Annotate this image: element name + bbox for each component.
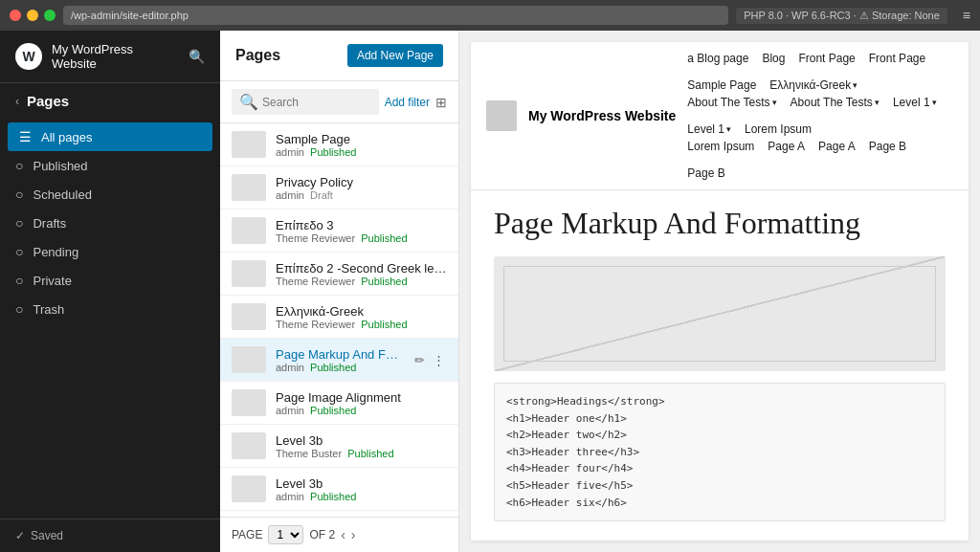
sidebar-item-trash[interactable]: ○ Trash [0, 295, 220, 323]
next-page-button[interactable]: › [351, 527, 356, 542]
list-item[interactable]: Page Markup And Formatting admin Publish… [220, 339, 458, 382]
list-item[interactable]: Page Image Alignment admin Published [220, 382, 458, 425]
placeholder-image [494, 256, 946, 371]
pending-icon: ○ [15, 244, 23, 259]
prev-page-button[interactable]: ‹ [341, 527, 345, 542]
drafts-icon: ○ [15, 215, 23, 231]
page-actions: ✏ ⋮ [412, 351, 447, 369]
nav-item-level1-2[interactable]: Level 1 ▾ [687, 122, 731, 136]
page-name: Level 3b [276, 433, 447, 448]
back-arrow-icon[interactable]: ‹ [15, 95, 19, 108]
page-info: Privacy Policy admin Draft [276, 175, 447, 201]
filter-icon[interactable]: ⊞ [435, 95, 447, 110]
page-number-select[interactable]: 1 2 [268, 525, 303, 544]
pages-panel-title: Pages [235, 47, 280, 64]
sidebar-item-drafts[interactable]: ○ Drafts [0, 209, 220, 237]
saved-label: Saved [31, 529, 63, 542]
page-meta: admin Published [276, 491, 447, 502]
site-title: My WordPress Website [52, 42, 179, 71]
all-pages-icon: ☰ [19, 129, 32, 144]
sidebar-item-published[interactable]: ○ Published [0, 151, 220, 180]
list-item[interactable]: Level 3b admin Published [220, 468, 458, 511]
site-nav: My WordPress Website a Blog page Blog Fr… [471, 42, 969, 190]
nav-item-lorem-ipsum-2[interactable]: Lorem Ipsum [687, 140, 754, 153]
page-thumbnail [232, 346, 266, 373]
nav-item-lorem-ipsum-1[interactable]: Lorem Ipsum [745, 122, 812, 136]
page-label: PAGE [232, 528, 262, 541]
page-name: Επίπεδο 3 [276, 218, 447, 232]
pages-toolbar: 🔍 Add filter ⊞ [220, 81, 458, 123]
search-icon[interactable]: 🔍 [189, 49, 205, 64]
add-new-page-button[interactable]: Add New Page [347, 44, 443, 67]
search-input[interactable] [262, 96, 371, 109]
private-icon: ○ [15, 273, 23, 288]
nav-row-2: About The Tests ▾ About The Tests ▾ Leve… [687, 96, 953, 136]
close-button[interactable] [10, 10, 21, 21]
nav-item-level1-1[interactable]: Level 1 ▾ [893, 96, 937, 109]
chevron-down-icon: ▾ [726, 124, 731, 134]
pages-footer: PAGE 1 2 OF 2 ‹ › [220, 517, 458, 552]
nav-item-greek[interactable]: Ελληνικά-Greek ▾ [769, 78, 858, 92]
page-info: Page Markup And Formatting admin Publish… [276, 347, 403, 373]
list-item[interactable]: Privacy Policy admin Draft [220, 166, 458, 210]
url-bar[interactable]: /wp-admin/site-editor.php [63, 6, 728, 25]
list-item[interactable]: Ελληνικά-Greek Theme Reviewer Published [220, 296, 458, 339]
page-meta: admin Published [276, 405, 447, 416]
nav-item[interactable]: Sample Page [687, 78, 756, 92]
nav-item-page-b-2[interactable]: Page B [687, 166, 724, 180]
nav-row-1: a Blog page Blog Front Page Front Page S… [687, 52, 953, 92]
page-info: Επίπεδο 3 Theme Reviewer Published [276, 218, 447, 244]
nav-item-page-a-2[interactable]: Page A [818, 140, 856, 153]
maximize-button[interactable] [44, 10, 56, 21]
sidebar-item-private[interactable]: ○ Private [0, 266, 220, 295]
pages-panel: Pages Add New Page 🔍 Add filter ⊞ Sample… [220, 31, 459, 552]
sidebar-nav-header: ‹ Pages [0, 83, 220, 119]
minimize-button[interactable] [27, 10, 38, 21]
page-thumbnail [232, 260, 266, 287]
php-badge: PHP 8.0 · WP 6.6-RC3 · ⚠ Storage: None [736, 8, 947, 24]
search-icon: 🔍 [239, 93, 258, 111]
chevron-down-icon: ▾ [772, 98, 777, 107]
wp-logo: W [15, 43, 42, 70]
sidebar-item-scheduled[interactable]: ○ Scheduled [0, 180, 220, 209]
title-bar: /wp-admin/site-editor.php PHP 8.0 · WP 6… [0, 0, 980, 31]
sidebar-item-all-pages[interactable]: ☰ All pages [8, 122, 212, 151]
nav-item[interactable]: Blog [762, 52, 785, 65]
sidebar-section-title: Pages [27, 93, 69, 109]
pages-panel-header: Pages Add New Page [220, 31, 458, 81]
edit-page-button[interactable]: ✏ [412, 351, 427, 369]
pages-list: Sample Page admin Published Privacy Poli… [220, 123, 458, 517]
list-item[interactable]: Επίπεδο 3 Theme Reviewer Published [220, 210, 458, 253]
sidebar-menu: ☰ All pages ○ Published ○ Scheduled ○ Dr… [0, 119, 220, 519]
add-filter-button[interactable]: Add filter [385, 96, 430, 109]
page-info: Ελληνικά-Greek Theme Reviewer Published [276, 304, 447, 330]
page-info: Επίπεδο 2 -Second Greek level Theme Revi… [276, 261, 447, 287]
nav-item-about-tests-1[interactable]: About The Tests ▾ [687, 96, 776, 109]
nav-item[interactable]: a Blog page [687, 52, 748, 65]
nav-item-page-a-1[interactable]: Page A [768, 140, 805, 153]
preview-panel: My WordPress Website a Blog page Blog Fr… [459, 31, 980, 552]
page-name: Level 3b [276, 476, 447, 491]
browser-menu-button[interactable]: ≡ [963, 8, 970, 23]
more-options-button[interactable]: ⋮ [431, 351, 447, 369]
page-thumbnail [232, 174, 266, 201]
page-thumbnail [232, 475, 266, 502]
page-meta: admin Published [276, 362, 403, 373]
nav-item-about-tests-2[interactable]: About The Tests ▾ [791, 96, 880, 109]
sidebar-header: W My WordPress Website 🔍 [0, 31, 220, 83]
page-name: Sample Page [276, 132, 447, 146]
list-item[interactable]: Level 3b Theme Buster Published [220, 425, 458, 468]
total-pages-label: OF 2 [309, 528, 335, 541]
nav-item[interactable]: Front Page [798, 52, 855, 65]
page-thumbnail [232, 389, 266, 416]
chevron-down-icon: ▾ [853, 80, 858, 90]
code-block: <strong>Headings</strong><h1>Header one<… [494, 383, 946, 521]
list-item[interactable]: Sample Page admin Published [220, 123, 458, 166]
sidebar-item-pending[interactable]: ○ Pending [0, 237, 220, 266]
search-box[interactable]: 🔍 [232, 89, 379, 115]
page-meta: Theme Reviewer Published [276, 232, 447, 244]
nav-item[interactable]: Front Page [869, 52, 925, 65]
list-item[interactable]: Επίπεδο 2 -Second Greek level Theme Revi… [220, 253, 458, 296]
page-meta: admin Published [276, 146, 447, 158]
nav-item-page-b-1[interactable]: Page B [869, 140, 906, 153]
